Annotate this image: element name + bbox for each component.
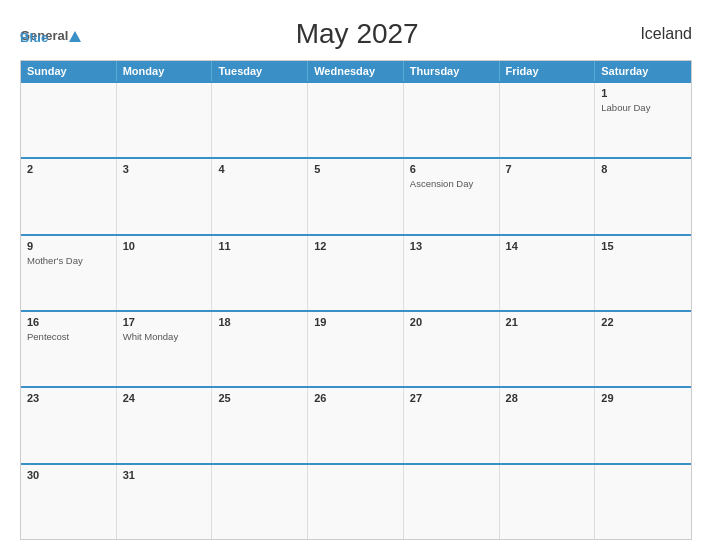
day-event: Whit Monday	[123, 331, 206, 342]
cal-cell-r0-c0[interactable]	[21, 83, 117, 157]
day-number: 24	[123, 392, 206, 404]
day-number: 30	[27, 469, 110, 481]
cal-cell-r5-c4[interactable]	[404, 465, 500, 539]
cal-row-5: 3031	[21, 463, 691, 539]
logo-triangle-icon	[69, 31, 81, 42]
day-number: 15	[601, 240, 685, 252]
cal-cell-r1-c6[interactable]: 8	[595, 159, 691, 233]
cal-cell-r5-c1[interactable]: 31	[117, 465, 213, 539]
day-number: 26	[314, 392, 397, 404]
cal-cell-r1-c5[interactable]: 7	[500, 159, 596, 233]
day-number: 27	[410, 392, 493, 404]
day-number: 10	[123, 240, 206, 252]
cal-cell-r2-c4[interactable]: 13	[404, 236, 500, 310]
cal-cell-r3-c4[interactable]: 20	[404, 312, 500, 386]
day-number: 3	[123, 163, 206, 175]
day-number: 20	[410, 316, 493, 328]
day-number: 5	[314, 163, 397, 175]
day-number: 11	[218, 240, 301, 252]
cal-cell-r3-c3[interactable]: 19	[308, 312, 404, 386]
cal-cell-r5-c3[interactable]	[308, 465, 404, 539]
cal-cell-r1-c2[interactable]: 4	[212, 159, 308, 233]
day-number: 9	[27, 240, 110, 252]
page: General Blue May 2027 Iceland Sunday Mon…	[0, 0, 712, 550]
day-event: Pentecost	[27, 331, 110, 342]
day-number: 14	[506, 240, 589, 252]
day-number: 31	[123, 469, 206, 481]
country-name: Iceland	[632, 25, 692, 43]
weekday-wednesday: Wednesday	[308, 61, 404, 81]
day-number: 28	[506, 392, 589, 404]
cal-cell-r2-c1[interactable]: 10	[117, 236, 213, 310]
weekday-sunday: Sunday	[21, 61, 117, 81]
cal-cell-r3-c1[interactable]: 17Whit Monday	[117, 312, 213, 386]
cal-cell-r3-c5[interactable]: 21	[500, 312, 596, 386]
day-number: 17	[123, 316, 206, 328]
cal-cell-r3-c0[interactable]: 16Pentecost	[21, 312, 117, 386]
calendar-header-row: Sunday Monday Tuesday Wednesday Thursday…	[21, 61, 691, 81]
day-number: 1	[601, 87, 685, 99]
weekday-saturday: Saturday	[595, 61, 691, 81]
cal-cell-r1-c1[interactable]: 3	[117, 159, 213, 233]
cal-cell-r2-c5[interactable]: 14	[500, 236, 596, 310]
cal-row-0: 1Labour Day	[21, 81, 691, 157]
cal-cell-r1-c4[interactable]: 6Ascension Day	[404, 159, 500, 233]
cal-cell-r5-c6[interactable]	[595, 465, 691, 539]
cal-cell-r0-c6[interactable]: 1Labour Day	[595, 83, 691, 157]
month-title: May 2027	[82, 18, 632, 50]
cal-cell-r2-c0[interactable]: 9Mother's Day	[21, 236, 117, 310]
cal-cell-r2-c2[interactable]: 11	[212, 236, 308, 310]
day-number: 21	[506, 316, 589, 328]
cal-cell-r3-c6[interactable]: 22	[595, 312, 691, 386]
cal-cell-r2-c3[interactable]: 12	[308, 236, 404, 310]
cal-cell-r0-c5[interactable]	[500, 83, 596, 157]
cal-cell-r5-c2[interactable]	[212, 465, 308, 539]
day-number: 18	[218, 316, 301, 328]
cal-row-1: 23456Ascension Day78	[21, 157, 691, 233]
day-number: 25	[218, 392, 301, 404]
cal-cell-r5-c5[interactable]	[500, 465, 596, 539]
cal-cell-r4-c2[interactable]: 25	[212, 388, 308, 462]
weekday-tuesday: Tuesday	[212, 61, 308, 81]
day-number: 13	[410, 240, 493, 252]
day-number: 23	[27, 392, 110, 404]
cal-cell-r4-c1[interactable]: 24	[117, 388, 213, 462]
cal-cell-r4-c4[interactable]: 27	[404, 388, 500, 462]
cal-cell-r5-c0[interactable]: 30	[21, 465, 117, 539]
weekday-friday: Friday	[500, 61, 596, 81]
cal-cell-r4-c3[interactable]: 26	[308, 388, 404, 462]
logo-blue-text: Blue	[20, 30, 48, 45]
day-number: 12	[314, 240, 397, 252]
cal-cell-r0-c4[interactable]	[404, 83, 500, 157]
cal-cell-r4-c6[interactable]: 29	[595, 388, 691, 462]
day-event: Ascension Day	[410, 178, 493, 189]
cal-cell-r3-c2[interactable]: 18	[212, 312, 308, 386]
cal-cell-r2-c6[interactable]: 15	[595, 236, 691, 310]
cal-cell-r0-c1[interactable]	[117, 83, 213, 157]
day-number: 19	[314, 316, 397, 328]
cal-cell-r1-c3[interactable]: 5	[308, 159, 404, 233]
header: General Blue May 2027 Iceland	[20, 18, 692, 50]
cal-row-3: 16Pentecost17Whit Monday1819202122	[21, 310, 691, 386]
cal-cell-r0-c2[interactable]	[212, 83, 308, 157]
day-event: Mother's Day	[27, 255, 110, 266]
cal-cell-r0-c3[interactable]	[308, 83, 404, 157]
day-number: 2	[27, 163, 110, 175]
cal-cell-r4-c5[interactable]: 28	[500, 388, 596, 462]
weekday-monday: Monday	[117, 61, 213, 81]
day-event: Labour Day	[601, 102, 685, 113]
day-number: 22	[601, 316, 685, 328]
cal-row-2: 9Mother's Day101112131415	[21, 234, 691, 310]
cal-cell-r1-c0[interactable]: 2	[21, 159, 117, 233]
weekday-thursday: Thursday	[404, 61, 500, 81]
calendar: Sunday Monday Tuesday Wednesday Thursday…	[20, 60, 692, 540]
cal-row-4: 23242526272829	[21, 386, 691, 462]
cal-cell-r4-c0[interactable]: 23	[21, 388, 117, 462]
day-number: 7	[506, 163, 589, 175]
day-number: 6	[410, 163, 493, 175]
day-number: 8	[601, 163, 685, 175]
calendar-body: 1Labour Day23456Ascension Day789Mother's…	[21, 81, 691, 539]
day-number: 29	[601, 392, 685, 404]
day-number: 4	[218, 163, 301, 175]
day-number: 16	[27, 316, 110, 328]
